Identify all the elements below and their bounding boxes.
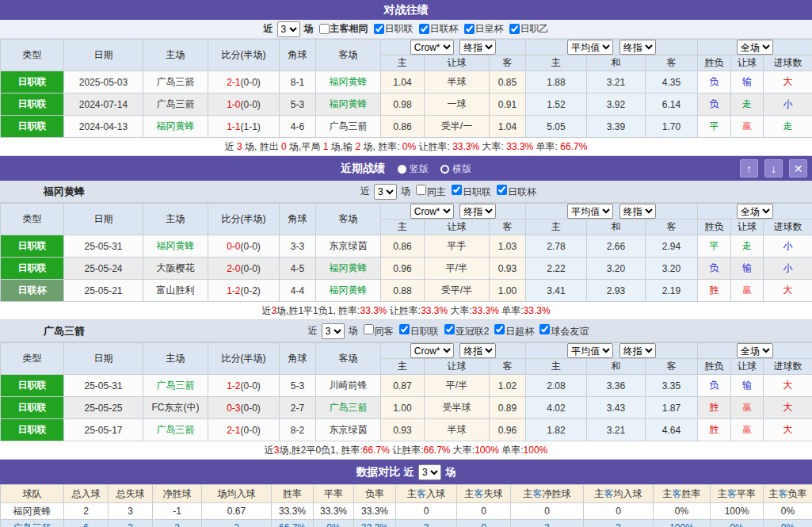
value-cell: 0%: [764, 503, 812, 520]
away-team-cell: 福冈黄蜂: [316, 94, 381, 116]
same-away-checkbox[interactable]: [364, 324, 374, 334]
league-filter-jleague-checkbox[interactable]: [399, 324, 410, 334]
move-down-button[interactable]: ↓: [764, 159, 783, 178]
league-filter-jleaguecup-checkbox[interactable]: [497, 185, 507, 195]
bookmaker-select[interactable]: Crow*: [410, 40, 454, 55]
away-odds-cell: 1.03: [490, 235, 526, 258]
vertical-view-label[interactable]: 竖版: [410, 163, 429, 174]
bookmaker-select[interactable]: Crow*: [410, 343, 454, 358]
goals-cell: 大: [764, 397, 812, 419]
scope-group: 全场: [698, 343, 812, 359]
col-goal-diff: 净胜球: [153, 485, 202, 503]
average-select[interactable]: 平均值: [567, 40, 613, 55]
handicap-result-cell: 赢: [731, 419, 764, 441]
away-odds-cell: 1.04: [490, 116, 526, 138]
home-team-cell: 广岛三箭: [143, 375, 208, 397]
team-cell: 广岛三箭: [1, 520, 64, 527]
col-type: 类型: [1, 40, 64, 71]
home-team-cell: FC东京(中): [143, 397, 208, 419]
league-filter-acl2[interactable]: 亚冠联2: [441, 324, 490, 338]
handicap-cell: 一球: [425, 94, 490, 116]
score: 2-1: [227, 77, 240, 88]
col-goals-for: 总入球: [64, 485, 109, 503]
same-away-checkbox-label[interactable]: 同客: [360, 324, 394, 338]
table-row: 广岛三箭 6 3 3 2 66.7% 0% 33.3% 3 0 3 3 100%…: [1, 520, 812, 527]
avg-away-cell: 4.64: [646, 419, 698, 441]
move-up-button[interactable]: ↑: [740, 159, 758, 178]
league-filter-jleaguecup[interactable]: 日联杯: [416, 22, 459, 36]
value-cell: 66.7%: [272, 520, 314, 527]
league-filter-jleaguecup-checkbox[interactable]: [419, 24, 429, 34]
bookmaker-select[interactable]: Crow*: [410, 204, 454, 219]
same-venue-checkbox-label[interactable]: 主客相同: [316, 22, 368, 36]
average-group: 平均值 终指: [526, 40, 698, 55]
average-select[interactable]: 平均值: [567, 204, 613, 219]
league-filter-jleague[interactable]: 日职联: [396, 324, 439, 338]
horizontal-view-radio[interactable]: [440, 165, 449, 174]
result-cell: 平: [698, 235, 731, 258]
same-venue-checkbox[interactable]: [319, 24, 330, 34]
h2h-games-count-select[interactable]: 3: [277, 21, 300, 37]
final-index-select-2[interactable]: 终指: [619, 40, 656, 55]
result-cell: 负: [698, 258, 731, 280]
same-home-checkbox-label[interactable]: 同主: [413, 185, 446, 199]
final-index-select[interactable]: 终指: [459, 343, 496, 358]
scope-select[interactable]: 全场: [737, 204, 773, 219]
games-label: 场: [349, 324, 358, 338]
handicap-result-cell: 赢: [731, 397, 764, 419]
col-home: 主场: [143, 343, 208, 375]
league-filter-friendly-checkbox[interactable]: [539, 324, 550, 334]
league-filter-emperorcup-checkbox[interactable]: [464, 24, 475, 34]
scope-select[interactable]: 全场: [737, 40, 773, 55]
half-score: (1-1): [241, 121, 261, 132]
league-filter-jleaguecup[interactable]: 日联杯: [494, 185, 536, 199]
final-index-select[interactable]: 终指: [459, 204, 496, 219]
col-draw-rate: 平率: [314, 485, 354, 503]
subcol-handicap-result: 让球: [731, 55, 764, 71]
league-filter-j2[interactable]: 日职乙: [506, 22, 549, 36]
subcol-handicap-result: 让球: [731, 359, 764, 375]
close-button[interactable]: ✕: [789, 159, 807, 178]
league-filter-supercup[interactable]: 日超杯: [491, 324, 534, 338]
scope-select[interactable]: 全场: [737, 343, 773, 358]
league-filter-emperorcup[interactable]: 日皇杯: [461, 22, 504, 36]
half-score: (0-0): [241, 425, 261, 436]
same-home-checkbox[interactable]: [416, 185, 426, 195]
near-label: 近: [403, 466, 414, 478]
league-filter-jleague[interactable]: 日职联: [371, 22, 414, 36]
average-select[interactable]: 平均值: [567, 343, 613, 358]
league-cell: 日职联: [1, 258, 64, 280]
home-team-cell: 广岛三箭: [143, 71, 208, 94]
league-filter-acl2-checkbox[interactable]: [444, 324, 455, 334]
horizontal-view-label[interactable]: 横版: [452, 163, 471, 174]
final-index-select-2[interactable]: 终指: [619, 343, 656, 358]
league-filter-jleague[interactable]: 日职联: [448, 185, 491, 199]
goals-cell: 走: [764, 116, 812, 138]
table-row: 日职联 25-05-17 广岛三箭 2-1(0-0) 8-2 东京绿茵 0.93…: [1, 419, 812, 441]
result-cell: 平: [698, 116, 731, 138]
avg-away-cell: 2.19: [646, 280, 698, 302]
league-filter-supercup-checkbox[interactable]: [494, 324, 505, 334]
final-index-select-2[interactable]: 终指: [619, 204, 656, 219]
group-header-row: 类型 日期 主场 比分(半场) 角球 客场 Crow* 终指 平均值 终指 全场: [1, 40, 812, 55]
team1-games-count-select[interactable]: 3: [374, 184, 397, 200]
col-home: 主场: [143, 40, 208, 71]
handicap-cell: 半球: [425, 419, 490, 441]
handicap-cell: 平/半: [425, 258, 490, 280]
league-filter-j2-checkbox[interactable]: [509, 24, 520, 34]
league-filter-jleague-checkbox[interactable]: [452, 185, 462, 195]
avg-home-cell: 2.22: [526, 258, 587, 280]
compare-header-row: 球队 总入球 总失球 净胜球 场均入球 胜率 平率 负率 主客入球 主客失球 主…: [1, 485, 812, 503]
corner-cell: 5-3: [280, 94, 316, 116]
away-team-cell: 广岛三箭: [316, 397, 381, 419]
league-filter-friendly[interactable]: 球会友谊: [536, 324, 589, 338]
team2-games-count-select[interactable]: 3: [322, 323, 345, 339]
avg-home-cell: 4.02: [526, 397, 587, 419]
down-arrow-icon: ↓: [771, 162, 776, 175]
table-row: 日职联 2024-04-13 福冈黄蜂 1-1(1-1) 4-6 广岛三箭 0.…: [1, 116, 812, 138]
vertical-view-radio[interactable]: [398, 165, 406, 174]
compare-games-count-select[interactable]: 3: [418, 464, 441, 480]
league-filter-jleague-checkbox[interactable]: [374, 24, 384, 34]
away-team-cell: 福冈黄蜂: [316, 71, 381, 94]
final-index-select[interactable]: 终指: [459, 40, 496, 55]
